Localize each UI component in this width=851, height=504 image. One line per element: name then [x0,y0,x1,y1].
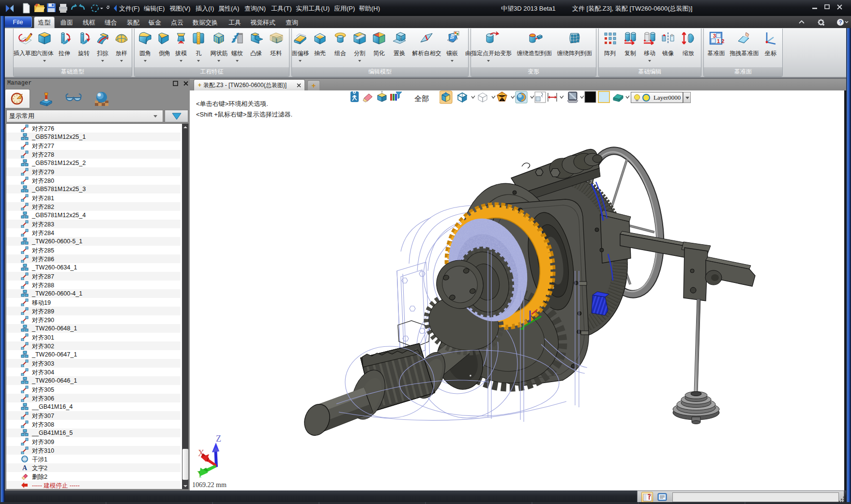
svg-text:?: ? [839,19,842,25]
svg-text:Z: Z [216,434,221,444]
svg-text:A: A [22,464,28,472]
